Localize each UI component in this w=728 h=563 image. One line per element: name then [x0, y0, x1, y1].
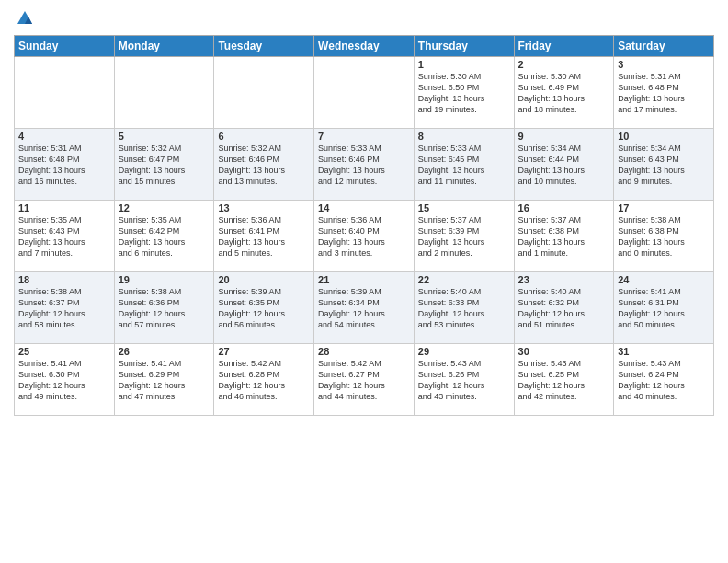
calendar-table: SundayMondayTuesdayWednesdayThursdayFrid… — [14, 35, 714, 416]
day-info: Sunrise: 5:43 AM Sunset: 6:25 PM Dayligh… — [518, 358, 610, 403]
day-number: 6 — [218, 131, 310, 142]
day-info: Sunrise: 5:42 AM Sunset: 6:28 PM Dayligh… — [218, 358, 310, 403]
calendar-cell — [314, 57, 415, 129]
calendar-cell: 20Sunrise: 5:39 AM Sunset: 6:35 PM Dayli… — [214, 272, 314, 344]
calendar-cell: 31Sunrise: 5:43 AM Sunset: 6:24 PM Dayli… — [614, 344, 714, 416]
day-info: Sunrise: 5:30 AM Sunset: 6:50 PM Dayligh… — [418, 71, 510, 116]
day-number: 12 — [119, 202, 210, 213]
day-number: 1 — [418, 59, 510, 70]
day-number: 25 — [18, 346, 110, 357]
calendar-cell: 18Sunrise: 5:38 AM Sunset: 6:37 PM Dayli… — [15, 272, 115, 344]
day-info: Sunrise: 5:37 AM Sunset: 6:39 PM Dayligh… — [418, 214, 510, 259]
day-number: 26 — [119, 346, 210, 357]
day-info: Sunrise: 5:38 AM Sunset: 6:38 PM Dayligh… — [618, 214, 710, 259]
day-info: Sunrise: 5:31 AM Sunset: 6:48 PM Dayligh… — [618, 71, 710, 116]
calendar-cell — [214, 57, 314, 129]
calendar-cell: 1Sunrise: 5:30 AM Sunset: 6:50 PM Daylig… — [414, 57, 514, 129]
day-info: Sunrise: 5:33 AM Sunset: 6:45 PM Dayligh… — [418, 143, 510, 188]
day-number: 18 — [18, 274, 110, 285]
day-number: 9 — [518, 131, 610, 142]
day-number: 10 — [618, 131, 710, 142]
day-info: Sunrise: 5:34 AM Sunset: 6:44 PM Dayligh… — [518, 143, 610, 188]
day-info: Sunrise: 5:40 AM Sunset: 6:33 PM Dayligh… — [418, 286, 510, 331]
day-info: Sunrise: 5:32 AM Sunset: 6:47 PM Dayligh… — [119, 143, 210, 188]
calendar-cell: 10Sunrise: 5:34 AM Sunset: 6:43 PM Dayli… — [614, 129, 714, 201]
day-info: Sunrise: 5:35 AM Sunset: 6:43 PM Dayligh… — [18, 214, 110, 259]
day-number: 27 — [218, 346, 310, 357]
day-number: 19 — [119, 274, 210, 285]
calendar-cell: 15Sunrise: 5:37 AM Sunset: 6:39 PM Dayli… — [414, 201, 514, 272]
day-number: 5 — [119, 131, 210, 142]
calendar-cell: 12Sunrise: 5:35 AM Sunset: 6:42 PM Dayli… — [114, 201, 214, 272]
calendar-cell: 25Sunrise: 5:41 AM Sunset: 6:30 PM Dayli… — [15, 344, 115, 416]
day-info: Sunrise: 5:33 AM Sunset: 6:46 PM Dayligh… — [318, 143, 410, 188]
day-number: 20 — [218, 274, 310, 285]
day-number: 23 — [518, 274, 610, 285]
day-info: Sunrise: 5:36 AM Sunset: 6:41 PM Dayligh… — [218, 214, 310, 259]
calendar-cell: 7Sunrise: 5:33 AM Sunset: 6:46 PM Daylig… — [314, 129, 415, 201]
day-info: Sunrise: 5:39 AM Sunset: 6:35 PM Dayligh… — [218, 286, 310, 331]
day-number: 22 — [418, 274, 510, 285]
calendar-week-2: 4Sunrise: 5:31 AM Sunset: 6:48 PM Daylig… — [15, 129, 714, 201]
weekday-header-sunday: Sunday — [15, 36, 115, 57]
day-number: 7 — [318, 131, 410, 142]
calendar-cell: 11Sunrise: 5:35 AM Sunset: 6:43 PM Dayli… — [15, 201, 115, 272]
day-info: Sunrise: 5:43 AM Sunset: 6:26 PM Dayligh… — [418, 358, 510, 403]
day-info: Sunrise: 5:41 AM Sunset: 6:31 PM Dayligh… — [618, 286, 710, 331]
calendar-week-3: 11Sunrise: 5:35 AM Sunset: 6:43 PM Dayli… — [15, 201, 714, 272]
calendar-cell: 14Sunrise: 5:36 AM Sunset: 6:40 PM Dayli… — [314, 201, 415, 272]
logo — [14, 9, 34, 28]
calendar-cell: 21Sunrise: 5:39 AM Sunset: 6:34 PM Dayli… — [314, 272, 415, 344]
calendar-cell: 19Sunrise: 5:38 AM Sunset: 6:36 PM Dayli… — [114, 272, 214, 344]
calendar-cell: 30Sunrise: 5:43 AM Sunset: 6:25 PM Dayli… — [514, 344, 614, 416]
weekday-header-wednesday: Wednesday — [314, 36, 415, 57]
calendar-cell: 13Sunrise: 5:36 AM Sunset: 6:41 PM Dayli… — [214, 201, 314, 272]
day-info: Sunrise: 5:35 AM Sunset: 6:42 PM Dayligh… — [119, 214, 210, 259]
day-number: 24 — [618, 274, 710, 285]
calendar-cell — [15, 57, 115, 129]
day-number: 28 — [318, 346, 410, 357]
calendar-cell: 3Sunrise: 5:31 AM Sunset: 6:48 PM Daylig… — [614, 57, 714, 129]
day-number: 30 — [518, 346, 610, 357]
calendar-week-4: 18Sunrise: 5:38 AM Sunset: 6:37 PM Dayli… — [15, 272, 714, 344]
day-number: 14 — [318, 202, 410, 213]
weekday-header-row: SundayMondayTuesdayWednesdayThursdayFrid… — [15, 36, 714, 57]
calendar-week-1: 1Sunrise: 5:30 AM Sunset: 6:50 PM Daylig… — [15, 57, 714, 129]
day-number: 8 — [418, 131, 510, 142]
calendar-cell: 9Sunrise: 5:34 AM Sunset: 6:44 PM Daylig… — [514, 129, 614, 201]
weekday-header-saturday: Saturday — [614, 36, 714, 57]
day-info: Sunrise: 5:42 AM Sunset: 6:27 PM Dayligh… — [318, 358, 410, 403]
day-number: 11 — [18, 202, 110, 213]
day-info: Sunrise: 5:43 AM Sunset: 6:24 PM Dayligh… — [618, 358, 710, 403]
calendar-cell: 6Sunrise: 5:32 AM Sunset: 6:46 PM Daylig… — [214, 129, 314, 201]
day-number: 3 — [618, 59, 710, 70]
calendar-cell: 8Sunrise: 5:33 AM Sunset: 6:45 PM Daylig… — [414, 129, 514, 201]
day-number: 4 — [18, 131, 110, 142]
calendar-cell — [114, 57, 214, 129]
day-info: Sunrise: 5:31 AM Sunset: 6:48 PM Dayligh… — [18, 143, 110, 188]
header — [14, 9, 714, 28]
calendar-cell: 23Sunrise: 5:40 AM Sunset: 6:32 PM Dayli… — [514, 272, 614, 344]
weekday-header-friday: Friday — [514, 36, 614, 57]
day-info: Sunrise: 5:38 AM Sunset: 6:37 PM Dayligh… — [18, 286, 110, 331]
calendar-cell: 22Sunrise: 5:40 AM Sunset: 6:33 PM Dayli… — [414, 272, 514, 344]
calendar-cell: 17Sunrise: 5:38 AM Sunset: 6:38 PM Dayli… — [614, 201, 714, 272]
day-info: Sunrise: 5:40 AM Sunset: 6:32 PM Dayligh… — [518, 286, 610, 331]
day-info: Sunrise: 5:38 AM Sunset: 6:36 PM Dayligh… — [119, 286, 210, 331]
calendar-cell: 5Sunrise: 5:32 AM Sunset: 6:47 PM Daylig… — [114, 129, 214, 201]
weekday-header-tuesday: Tuesday — [214, 36, 314, 57]
calendar-cell: 29Sunrise: 5:43 AM Sunset: 6:26 PM Dayli… — [414, 344, 514, 416]
weekday-header-monday: Monday — [114, 36, 214, 57]
day-number: 13 — [218, 202, 310, 213]
day-info: Sunrise: 5:30 AM Sunset: 6:49 PM Dayligh… — [518, 71, 610, 116]
day-number: 16 — [518, 202, 610, 213]
weekday-header-thursday: Thursday — [414, 36, 514, 57]
calendar-cell: 4Sunrise: 5:31 AM Sunset: 6:48 PM Daylig… — [15, 129, 115, 201]
day-info: Sunrise: 5:32 AM Sunset: 6:46 PM Dayligh… — [218, 143, 310, 188]
day-info: Sunrise: 5:41 AM Sunset: 6:30 PM Dayligh… — [18, 358, 110, 403]
day-number: 29 — [418, 346, 510, 357]
day-number: 17 — [618, 202, 710, 213]
day-number: 15 — [418, 202, 510, 213]
day-number: 21 — [318, 274, 410, 285]
calendar-cell: 2Sunrise: 5:30 AM Sunset: 6:49 PM Daylig… — [514, 57, 614, 129]
